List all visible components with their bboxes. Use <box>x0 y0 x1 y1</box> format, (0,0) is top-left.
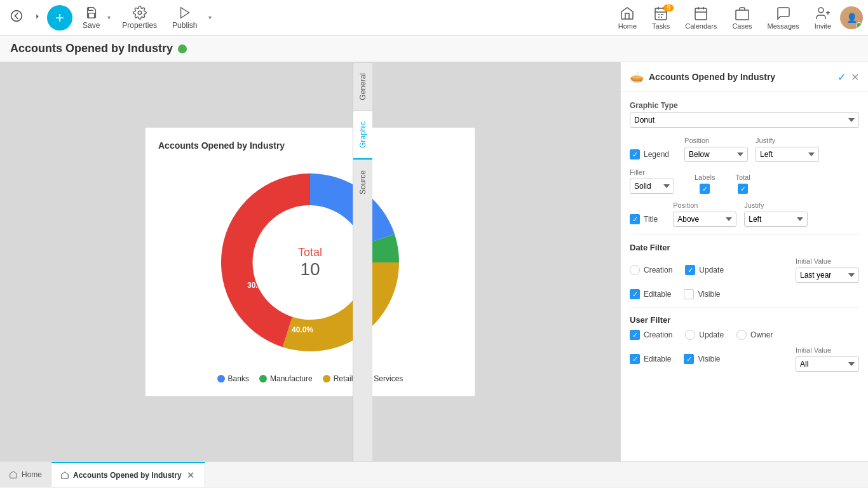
total-value: 10 <box>298 259 322 280</box>
status-indicator <box>178 44 187 53</box>
bottom-tabs: Home Accounts Opened by Industry ✕ <box>0 461 868 487</box>
date-editable-checkbox[interactable] <box>630 289 640 299</box>
user-all-select[interactable]: AllCurrent UserCurrent User Team <box>796 356 859 372</box>
tab-source[interactable]: Source <box>353 159 372 205</box>
date-filter-row2: Editable Visible <box>630 289 859 299</box>
chart-legend: Banks Manufacture Retail Services <box>217 374 403 383</box>
tab-general[interactable]: General <box>353 62 372 111</box>
chart-area: Accounts Opened by Industry <box>0 62 620 461</box>
legend-banks: Banks <box>217 374 249 383</box>
svg-point-1 <box>138 11 142 15</box>
nav-invite[interactable]: Invite <box>808 3 837 32</box>
svg-rect-5 <box>736 10 749 20</box>
svg-text:30.0%: 30.0% <box>247 281 269 290</box>
labels-checkbox[interactable] <box>700 184 710 194</box>
legend-position-select[interactable]: BelowAboveLeftRight <box>684 147 748 162</box>
nav-tasks[interactable]: 9 Tasks <box>646 3 676 32</box>
toolbar-right: Home 9 Tasks Calendars Cases Messages In… <box>612 3 863 32</box>
legend-checkbox[interactable] <box>630 149 640 159</box>
user-visible-checkbox[interactable] <box>684 354 694 364</box>
total-checkbox[interactable] <box>738 184 748 194</box>
avatar[interactable]: 👤 <box>840 6 863 29</box>
home-tab-icon <box>9 470 18 479</box>
publish-button[interactable]: Publish <box>167 3 202 32</box>
creation-radio[interactable] <box>630 265 640 275</box>
tab-graphic[interactable]: Graphic <box>353 111 372 159</box>
add-button[interactable]: + <box>47 5 72 30</box>
legend-row: Legend Position BelowAboveLeftRight Just… <box>630 137 859 162</box>
svg-text:40.0%: 40.0% <box>292 325 313 334</box>
expand-button[interactable] <box>33 12 42 23</box>
publish-dropdown[interactable]: ▾ <box>207 14 213 21</box>
tab-home[interactable]: Home <box>0 462 51 487</box>
title-position-select[interactable]: AboveBelow <box>673 212 736 227</box>
user-filter-row2: Editable Visible Initial Value AllCurren… <box>630 346 859 372</box>
chart-container: Accounts Opened by Industry <box>145 127 475 396</box>
save-dropdown[interactable]: ▾ <box>106 14 112 21</box>
chart-tab-icon <box>60 471 69 480</box>
title-justify-select[interactable]: LeftRightCenter <box>744 212 808 227</box>
date-filter-title: Date Filter <box>630 243 859 252</box>
page-header: Accounts Opened by Industry <box>0 36 868 62</box>
legend-manufacture: Manufacture <box>259 374 313 383</box>
svg-marker-2 <box>180 7 189 18</box>
nav-messages[interactable]: Messages <box>761 3 806 32</box>
legend-justify-select[interactable]: LeftRightCenter <box>756 147 819 162</box>
donut-center: Total 10 <box>298 246 322 280</box>
svg-point-6 <box>818 8 824 13</box>
page-title: Accounts Opened by Industry <box>10 42 173 55</box>
tab-chart-active[interactable]: Accounts Opened by Industry ✕ <box>51 462 205 487</box>
total-label: Total <box>298 246 322 259</box>
nav-calendars[interactable]: Calendars <box>679 3 723 32</box>
panel-confirm-button[interactable]: ✓ <box>837 71 846 83</box>
main-layout: Accounts Opened by Industry <box>0 62 868 461</box>
status-dot <box>856 22 862 29</box>
user-filter-row1: Creation Update Owner <box>630 330 859 340</box>
properties-button[interactable]: Properties <box>117 3 162 32</box>
user-editable-checkbox[interactable] <box>630 354 640 364</box>
panel-header: 🥧 Accounts Opened by Industry ✓ ✕ <box>621 62 868 92</box>
chart-title: Accounts Opened by Industry <box>158 140 462 151</box>
panel-close-button[interactable]: ✕ <box>851 71 859 83</box>
date-visible-checkbox[interactable] <box>684 289 694 299</box>
update-checkbox[interactable] <box>685 265 695 275</box>
owner-radio[interactable] <box>736 330 747 340</box>
title-row: Title Position AboveBelow Justify LeftRi… <box>630 201 859 227</box>
chart-wrapper: 20.0% 10.0% 40.0% 30.0% Total 10 Banks <box>158 161 462 383</box>
properties-panel: 🥧 Accounts Opened by Industry ✓ ✕ Graphi… <box>620 62 868 461</box>
graphic-type-label: Graphic Type <box>630 101 859 110</box>
user-filter-title: User Filter <box>630 315 859 325</box>
nav-cases[interactable]: Cases <box>726 3 758 32</box>
panel-body: Graphic Type DonutPieBarLine Legend Posi… <box>621 92 868 387</box>
date-initial-select[interactable]: Last yearThis yearLast monthThis month <box>796 268 859 283</box>
legend-retail: Retail <box>323 374 353 383</box>
user-update-radio[interactable] <box>685 330 695 340</box>
back-button[interactable] <box>5 7 28 28</box>
svg-rect-4 <box>695 8 707 20</box>
filler-row: Filler SolidGradient Labels Total <box>630 168 859 194</box>
nav-home[interactable]: Home <box>612 3 643 32</box>
graphic-type-group: Graphic Type DonutPieBarLine <box>630 101 859 128</box>
save-button[interactable]: Save <box>78 3 105 32</box>
panel-title: Accounts Opened by Industry <box>649 72 832 82</box>
side-tabs: General Graphic Source <box>353 62 372 461</box>
donut-container: 20.0% 10.0% 40.0% 30.0% Total 10 <box>208 161 412 364</box>
graphic-type-select[interactable]: DonutPieBarLine <box>630 112 859 128</box>
tab-close-button[interactable]: ✕ <box>186 470 196 480</box>
panel-chart-icon: 🥧 <box>630 70 644 84</box>
user-creation-checkbox[interactable] <box>630 330 640 340</box>
toolbar: + Save ▾ Properties Publish ▾ Home 9 Tas… <box>0 0 868 36</box>
svg-point-0 <box>11 11 22 22</box>
title-checkbox[interactable] <box>630 214 640 224</box>
toolbar-left: + Save ▾ Properties Publish ▾ <box>5 3 609 32</box>
filler-select[interactable]: SolidGradient <box>630 179 674 194</box>
date-filter-row1: Creation Update Initial Value Last yearT… <box>630 257 859 283</box>
